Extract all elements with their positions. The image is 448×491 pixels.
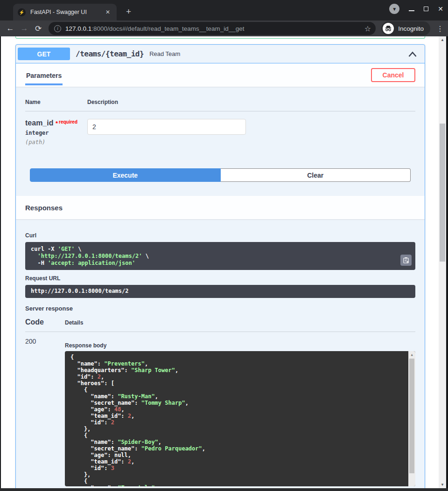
bookmark-star-icon[interactable]: ☆ <box>364 24 371 33</box>
window-close-button[interactable]: ✕ <box>438 6 443 12</box>
url-host: 127.0.0.1 <box>65 25 91 32</box>
reload-button[interactable]: ⟳ <box>32 24 45 34</box>
fastapi-favicon-icon: ⚡ <box>18 8 26 16</box>
responses-body: Curl curl -X 'GET' \ 'http://127.0.0.1:8… <box>16 219 425 488</box>
response-body-scrollbar[interactable]: ▲ <box>408 351 415 486</box>
page-scrollbar-thumb[interactable] <box>440 124 445 262</box>
window-maximize-button[interactable] <box>424 7 428 11</box>
required-label: required <box>59 119 77 124</box>
tab-parameters[interactable]: Parameters <box>25 65 63 85</box>
column-header-description: Description <box>87 99 118 105</box>
address-bar[interactable]: i 127.0.0.1:8000/docs#/default/read_team… <box>49 22 376 35</box>
request-url-block: http://127.0.0.1:8000/teams/2 <box>25 285 415 298</box>
opblock-summary[interactable]: GET /teams/{team_id} Read Team <box>16 45 425 63</box>
window-minimize-button[interactable] <box>409 10 414 11</box>
endpoint-summary: Read Team <box>149 50 180 57</box>
parameter-name: team_id *required <box>25 119 87 127</box>
page-scrollbar[interactable]: ▲ ▼ <box>439 36 446 488</box>
endpoint-path: /teams/{team_id} <box>76 49 144 58</box>
browser-toolbar: ← → ⟳ i 127.0.0.1:8000/docs#/default/rea… <box>0 21 448 36</box>
back-button[interactable]: ← <box>4 24 17 33</box>
curl-command-block: curl -X 'GET' \ 'http://127.0.0.1:8000/t… <box>25 242 415 270</box>
team-id-input[interactable] <box>87 119 246 135</box>
server-response-label: Server response <box>25 305 415 312</box>
scroll-up-icon[interactable]: ▲ <box>408 352 415 358</box>
collapse-chevron-icon[interactable] <box>408 51 417 57</box>
parameter-location: (path) <box>25 139 87 145</box>
clear-button[interactable]: Clear <box>221 168 411 182</box>
curl-label: Curl <box>25 232 415 239</box>
column-header-details: Details <box>65 319 83 326</box>
status-code: 200 <box>25 338 65 486</box>
new-tab-button[interactable]: + <box>123 7 134 17</box>
site-info-icon[interactable]: i <box>54 25 61 32</box>
browser-tab[interactable]: ⚡ FastAPI - Swagger UI ✕ <box>13 4 117 21</box>
browser-tab-bar: ⚡ FastAPI - Swagger UI ✕ + ▼ ✕ <box>0 0 448 21</box>
opblock-get-teams: GET /teams/{team_id} Read Team Parameter… <box>15 44 425 488</box>
response-scrollbar-thumb[interactable] <box>409 359 414 473</box>
parameters-header: Parameters Cancel <box>16 63 425 87</box>
required-star: * <box>56 120 58 127</box>
browser-menu-icon[interactable]: ⋮ <box>436 24 444 33</box>
copy-to-clipboard-button[interactable] <box>400 255 412 266</box>
response-body-label: Response body <box>65 338 415 349</box>
browser-update-icon[interactable]: ▼ <box>389 4 399 14</box>
incognito-label: Incognito <box>398 25 424 32</box>
window-bottom-edge <box>0 488 448 491</box>
parameters-table: Name Description team_id *required integ… <box>16 87 425 159</box>
execute-button[interactable]: Execute <box>30 168 221 182</box>
url-text[interactable]: 127.0.0.1:8000/docs#/default/read_team_t… <box>65 25 361 32</box>
method-badge: GET <box>18 48 70 60</box>
cancel-button[interactable]: Cancel <box>371 68 415 82</box>
incognito-badge: Incognito <box>381 21 430 35</box>
responses-title: Responses <box>25 204 63 212</box>
incognito-icon <box>383 23 394 34</box>
response-row-200: 200 Response body { "name": "Preventers"… <box>25 332 415 486</box>
previous-endpoint-block-edge <box>15 36 425 39</box>
tab-close-icon[interactable]: ✕ <box>104 8 112 16</box>
page-scroll-up-icon[interactable]: ▲ <box>439 38 446 42</box>
tab-title: FastAPI - Swagger UI <box>30 9 104 15</box>
column-header-code: Code <box>25 318 65 326</box>
page-scroll-down-icon[interactable]: ▼ <box>439 483 446 487</box>
url-path: :8000/docs#/default/read_team_teams__tea… <box>91 25 244 32</box>
parameter-row-team-id: team_id *required integer (path) <box>25 111 415 159</box>
request-url-text: http://127.0.0.1:8000/teams/2 <box>31 288 129 294</box>
forward-button[interactable]: → <box>18 24 31 33</box>
column-header-name: Name <box>25 99 87 105</box>
request-url-label: Request URL <box>25 275 415 282</box>
response-body-block: { "name": "Preventers", "headquarters": … <box>65 351 415 486</box>
response-json-text: { "name": "Preventers", "headquarters": … <box>70 354 405 486</box>
swagger-page: GET /teams/{team_id} Read Team Parameter… <box>1 36 439 488</box>
parameter-type: integer <box>25 130 87 136</box>
responses-header: Responses <box>16 196 425 219</box>
curl-command-text: curl -X 'GET' \ 'http://127.0.0.1:8000/t… <box>31 246 410 267</box>
